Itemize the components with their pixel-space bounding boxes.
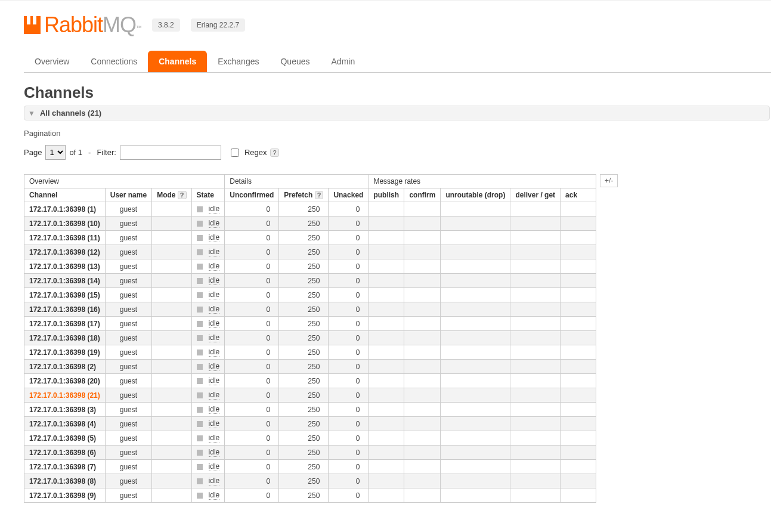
cell-state: idle	[191, 345, 225, 360]
cell-prefetch: 250	[279, 403, 329, 417]
cell-prefetch: 250	[279, 417, 329, 431]
channel-link[interactable]: 172.17.0.1:36398 (18)	[29, 334, 100, 342]
channel-link[interactable]: 172.17.0.1:36398 (13)	[29, 262, 100, 271]
cell-publish	[369, 202, 404, 216]
cell-ack	[561, 360, 596, 374]
cell-unconfirmed: 0	[225, 302, 279, 317]
col-state[interactable]: State	[191, 188, 225, 202]
channel-link[interactable]: 172.17.0.1:36398 (15)	[29, 291, 100, 299]
page-select[interactable]: 1	[45, 145, 66, 160]
cell-prefetch: 250	[279, 231, 329, 245]
state-text: idle	[209, 233, 220, 242]
tab-admin[interactable]: Admin	[321, 51, 366, 72]
channel-link[interactable]: 172.17.0.1:36398 (5)	[29, 434, 96, 443]
channel-link[interactable]: 172.17.0.1:36398 (12)	[29, 248, 100, 256]
cell-unconfirmed: 0	[225, 403, 279, 417]
cell-confirm	[404, 245, 441, 259]
regex-checkbox[interactable]	[231, 149, 239, 157]
col-unacked[interactable]: Unacked	[329, 188, 369, 202]
pagination-bar: Page 1 of 1 - Filter: Regex ?	[24, 145, 771, 160]
col-user-name[interactable]: User name	[105, 188, 151, 202]
cell-publish	[369, 403, 404, 417]
state-text: idle	[209, 248, 220, 256]
help-prefetch[interactable]: ?	[315, 191, 324, 199]
cell-user: guest	[105, 231, 151, 245]
cell-deliver	[510, 417, 561, 431]
cell-ack	[561, 259, 596, 274]
columns-toggle[interactable]: +/-	[600, 174, 618, 187]
cell-confirm	[404, 345, 441, 360]
tab-overview[interactable]: Overview	[24, 51, 80, 72]
cell-publish	[369, 446, 404, 460]
cell-publish	[369, 317, 404, 331]
cell-user: guest	[105, 302, 151, 317]
cell-mode	[152, 488, 191, 503]
cell-ack	[561, 431, 596, 446]
cell-state: idle	[191, 317, 225, 331]
cell-confirm	[404, 388, 441, 403]
channel-link[interactable]: 172.17.0.1:36398 (3)	[29, 406, 96, 414]
cell-deliver	[510, 488, 561, 503]
channel-link[interactable]: 172.17.0.1:36398 (19)	[29, 348, 100, 357]
table-row: 172.17.0.1:36398 (8)guestidle02500	[24, 474, 596, 488]
channel-link[interactable]: 172.17.0.1:36398 (21)	[29, 391, 100, 400]
cell-publish	[369, 216, 404, 231]
cell-user: guest	[105, 202, 151, 216]
cell-prefetch: 250	[279, 446, 329, 460]
table-row: 172.17.0.1:36398 (2)guestidle02500	[24, 360, 596, 374]
channel-link[interactable]: 172.17.0.1:36398 (11)	[29, 234, 100, 242]
channel-link[interactable]: 172.17.0.1:36398 (9)	[29, 491, 96, 500]
col-ack[interactable]: ack	[561, 188, 596, 202]
table-row: 172.17.0.1:36398 (12)guestidle02500	[24, 245, 596, 259]
col-channel[interactable]: Channel	[24, 188, 106, 202]
cell-unacked: 0	[329, 360, 369, 374]
channel-link[interactable]: 172.17.0.1:36398 (16)	[29, 305, 100, 314]
cell-unroutable	[441, 431, 510, 446]
cell-publish	[369, 288, 404, 302]
channel-link[interactable]: 172.17.0.1:36398 (2)	[29, 363, 96, 371]
cell-state: idle	[191, 231, 225, 245]
col-unroutable-drop-[interactable]: unroutable (drop)	[441, 188, 510, 202]
state-dot-icon	[197, 307, 203, 313]
regex-help[interactable]: ?	[270, 149, 278, 157]
cell-unacked: 0	[329, 474, 369, 488]
channel-link[interactable]: 172.17.0.1:36398 (6)	[29, 449, 96, 457]
tab-exchanges[interactable]: Exchanges	[207, 51, 270, 72]
table-row: 172.17.0.1:36398 (11)guestidle02500	[24, 231, 596, 245]
channel-link[interactable]: 172.17.0.1:36398 (8)	[29, 477, 96, 485]
cell-publish	[369, 460, 404, 474]
state-text: idle	[209, 448, 220, 457]
channel-link[interactable]: 172.17.0.1:36398 (20)	[29, 377, 100, 385]
logo[interactable]: RabbitMQ™	[24, 13, 141, 38]
col-mode[interactable]: Mode ?	[152, 188, 191, 202]
cell-unconfirmed: 0	[225, 488, 279, 503]
cell-user: guest	[105, 360, 151, 374]
section-toggle-all-channels[interactable]: ▼ All channels (21)	[24, 106, 770, 120]
cell-mode	[152, 245, 191, 259]
cell-unroutable	[441, 245, 510, 259]
filter-input[interactable]	[120, 146, 221, 160]
state-dot-icon	[197, 407, 203, 413]
channel-link[interactable]: 172.17.0.1:36398 (14)	[29, 277, 100, 285]
col-deliver-get[interactable]: deliver / get	[510, 188, 561, 202]
state-dot-icon	[197, 292, 203, 298]
colgroup-overview: Overview	[24, 175, 225, 188]
table-row: 172.17.0.1:36398 (7)guestidle02500	[24, 460, 596, 474]
tab-connections[interactable]: Connections	[80, 51, 148, 72]
help-mode[interactable]: ?	[178, 191, 187, 199]
tab-queues[interactable]: Queues	[270, 51, 320, 72]
cell-unroutable	[441, 216, 510, 231]
col-confirm[interactable]: confirm	[404, 188, 441, 202]
cell-state: idle	[191, 202, 225, 216]
col-publish[interactable]: publish	[369, 188, 404, 202]
state-dot-icon	[197, 478, 203, 484]
cell-deliver	[510, 403, 561, 417]
col-prefetch[interactable]: Prefetch ?	[279, 188, 329, 202]
channel-link[interactable]: 172.17.0.1:36398 (17)	[29, 320, 100, 328]
tab-channels[interactable]: Channels	[148, 51, 207, 72]
channel-link[interactable]: 172.17.0.1:36398 (10)	[29, 219, 100, 228]
channel-link[interactable]: 172.17.0.1:36398 (4)	[29, 420, 96, 428]
col-unconfirmed[interactable]: Unconfirmed	[225, 188, 279, 202]
channel-link[interactable]: 172.17.0.1:36398 (1)	[29, 205, 96, 214]
channel-link[interactable]: 172.17.0.1:36398 (7)	[29, 463, 96, 471]
